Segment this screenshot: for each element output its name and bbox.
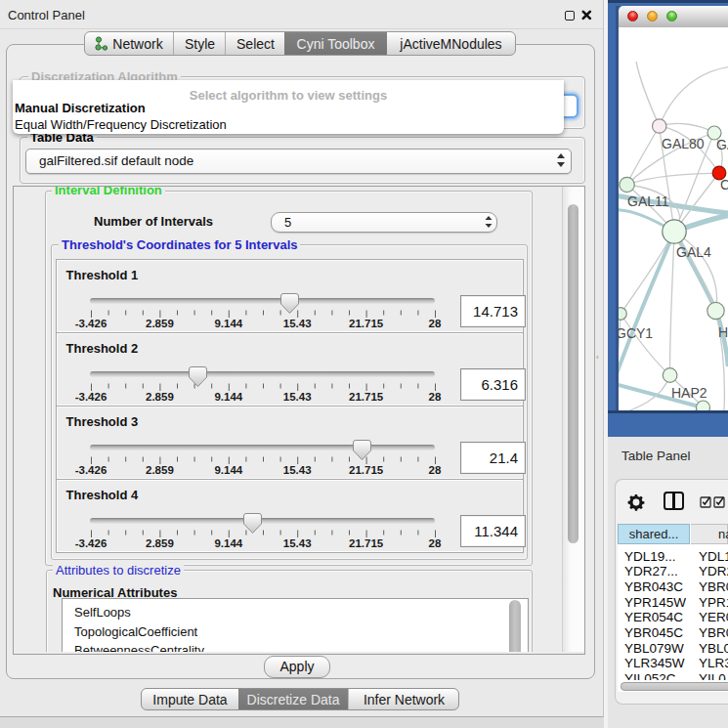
svg-text:H: H: [718, 324, 728, 340]
svg-text:GA: GA: [716, 137, 728, 152]
svg-text:HAP2: HAP2: [671, 385, 707, 401]
svg-text:GAL11: GAL11: [627, 193, 669, 209]
svg-text:GAL4: GAL4: [676, 244, 711, 260]
svg-text:C: C: [720, 177, 728, 193]
svg-text:GCY1: GCY1: [619, 325, 653, 341]
svg-text:GAL80: GAL80: [662, 136, 705, 151]
